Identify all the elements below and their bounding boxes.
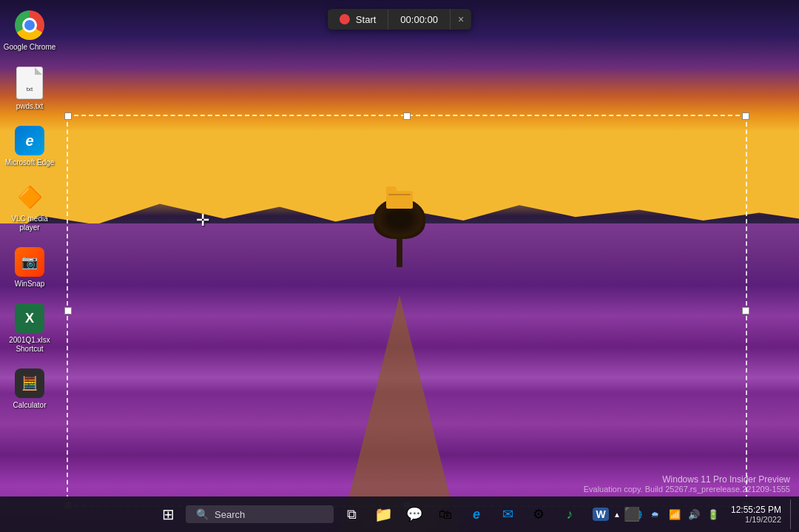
store-icon: 🛍 [439,507,452,522]
taskbar-spotify[interactable]: ♪ [556,500,584,528]
taskbar-explorer[interactable]: 📁 [369,500,397,528]
timer-display: 00:00:00 [388,10,450,30]
mail-icon: ✉ [502,506,513,522]
chrome-icon [15,10,44,40]
task-view-button[interactable]: ⧉ [337,499,366,529]
extra-icon: ⬛ [624,506,640,522]
excel-icon: X [15,303,44,333]
taskbar-settings[interactable]: ⚙ [525,500,553,528]
folder-on-tree[interactable] [386,191,413,212]
watermark-line2: Evaluation copy. Build 25267.rs_prerelea… [584,485,790,494]
system-clock[interactable]: 12:55:25 PM 1/19/2022 [726,505,786,524]
search-text: Search [215,509,245,520]
taskbar-extra[interactable]: ⬛ [618,500,646,528]
vlc-label: VLC media player [3,215,56,232]
desktop-icons-column: Google Chrome txt pwds.txt e Microsoft E… [0,0,59,413]
spotify-icon: ♪ [567,507,573,522]
windows-watermark: Windows 11 Pro Insider Preview Evaluatio… [584,474,790,494]
edge-label: Microsoft Edge [5,158,55,167]
start-label: Start [356,14,376,25]
calc-label: Calculator [13,401,46,410]
tray-sound[interactable]: 🔊 [685,499,703,529]
taskbar: ⊞ 🔍 Search ⧉ 📁 💬 🛍 e [0,496,799,532]
desktop-icon-winsnap[interactable]: 📷 WinSnap [12,244,48,292]
tray-battery[interactable]: 🔋 [704,499,722,529]
clock-date: 1/19/2022 [745,515,781,524]
explorer-icon: 📁 [374,505,393,523]
winsnap-label: WinSnap [15,280,45,289]
calc-icon: 🧮 [15,368,44,398]
task-view-icon: ⧉ [347,507,357,522]
search-bar[interactable]: 🔍 Search [186,505,334,523]
teams-icon: 💬 [406,506,422,522]
watermark-line1: Windows 11 Pro Insider Preview [584,474,790,485]
tray-weather[interactable]: 🌧 [647,499,664,529]
folder-icon [386,191,413,209]
excel-label: 2001Q1.xlsx Shortcut [3,336,56,354]
tree [374,197,425,267]
settings-icon: ⚙ [533,506,545,522]
taskbar-word[interactable]: W [587,500,615,528]
txt-label: pwds.txt [16,102,44,111]
taskbar-teams[interactable]: 💬 [400,500,428,528]
desktop-icon-edge[interactable]: e Microsoft Edge [2,123,58,170]
taskbar-center: ⊞ 🔍 Search ⧉ 📁 💬 🛍 e [153,499,646,529]
edge-icon: e [15,126,44,155]
desktop-icon-chrome[interactable]: Google Chrome [1,7,59,55]
close-recording-button[interactable]: × [450,9,471,30]
start-button[interactable]: Start [328,10,388,30]
txt-icon: txt [16,67,43,99]
start-icon: ⊞ [162,505,175,523]
taskbar-store[interactable]: 🛍 [431,500,459,528]
desktop-icon-vlc[interactable]: 🔶 VLC media player [0,179,59,235]
taskbar-mail[interactable]: ✉ [493,500,522,528]
desktop-icon-calc[interactable]: 🧮 Calculator [10,366,49,413]
desktop-icon-txt[interactable]: txt pwds.txt [13,64,47,114]
edge-taskbar-icon: e [473,507,480,522]
record-dot-icon [340,14,350,24]
recording-toolbar: Start 00:00:00 × [328,9,471,30]
show-desktop[interactable] [790,499,793,529]
start-button-taskbar[interactable]: ⊞ [153,499,183,529]
desktop-icon-excel[interactable]: X 2001Q1.xlsx Shortcut [0,300,59,357]
tray-wifi[interactable]: 📶 [666,499,684,529]
taskbar-edge[interactable]: e [462,500,490,528]
word-icon: W [593,508,608,521]
winsnap-icon: 📷 [15,247,44,277]
tree-trunk [397,238,402,267]
desktop: ✛ Google Chrome txt pwds.txt e Microsoft… [0,0,799,532]
chrome-label: Google Chrome [4,43,56,52]
clock-time: 12:55:25 PM [731,505,781,515]
move-cursor: ✛ [196,211,209,230]
search-icon: 🔍 [196,508,209,520]
vlc-icon: 🔶 [15,182,44,212]
